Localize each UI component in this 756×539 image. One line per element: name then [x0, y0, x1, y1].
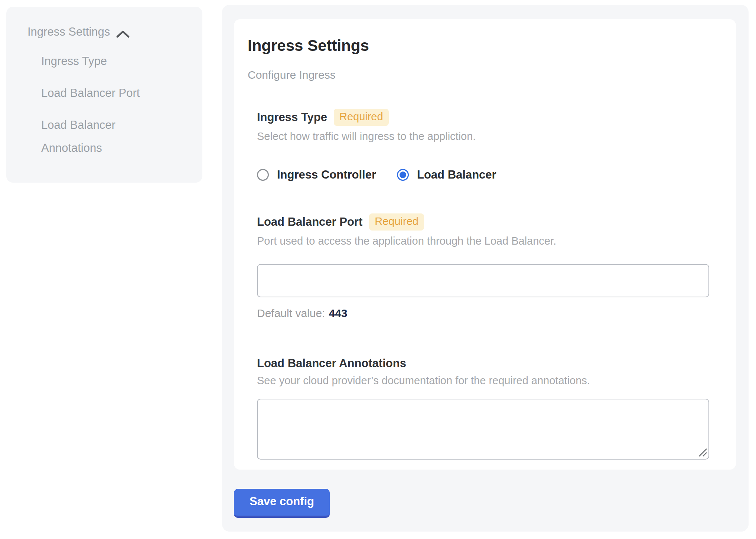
default-value-label: Default value:	[257, 307, 325, 319]
required-badge: Required	[369, 213, 424, 231]
section-load-balancer-annotations: Load Balancer Annotations See your cloud…	[257, 357, 721, 459]
section-heading: Ingress Type	[257, 111, 327, 124]
default-value: 443	[329, 307, 347, 319]
required-badge: Required	[334, 109, 389, 126]
section-heading-row: Load Balancer Port Required	[257, 213, 721, 231]
page-title: Ingress Settings	[248, 36, 721, 55]
section-ingress-type: Ingress Type Required Select how traffic…	[257, 109, 721, 182]
section-description: Select how traffic will ingress to the a…	[257, 130, 721, 143]
load-balancer-annotations-textarea[interactable]	[257, 399, 709, 460]
radio-label: Ingress Controller	[277, 168, 376, 182]
sidebar-section-header[interactable]: Ingress Settings	[27, 24, 188, 39]
section-heading-row: Ingress Type Required	[257, 109, 721, 126]
section-heading: Load Balancer Annotations	[257, 357, 406, 370]
sidebar-section-label: Ingress Settings	[27, 24, 110, 39]
form-sections: Ingress Type Required Select how traffic…	[257, 109, 721, 460]
save-config-button[interactable]: Save config	[234, 489, 330, 518]
chevron-up-icon	[116, 28, 130, 37]
sidebar-item-load-balancer-annotations[interactable]: Load Balancer Annotations	[41, 114, 164, 160]
section-heading: Load Balancer Port	[257, 215, 362, 229]
radio-circle-icon	[397, 169, 409, 181]
sidebar-item-ingress-type[interactable]: Ingress Type	[41, 50, 164, 73]
sidebar-item-load-balancer-port[interactable]: Load Balancer Port	[41, 82, 164, 105]
section-heading-row: Load Balancer Annotations	[257, 357, 721, 370]
settings-sidebar: Ingress Settings Ingress Type Load Balan…	[6, 7, 202, 183]
radio-circle-icon	[257, 169, 269, 181]
radio-label: Load Balancer	[417, 168, 496, 182]
sidebar-nav: Ingress Type Load Balancer Port Load Bal…	[41, 50, 188, 160]
section-description: Port used to access the application thro…	[257, 234, 721, 248]
page-subtitle: Configure Ingress	[248, 69, 721, 81]
load-balancer-port-input[interactable]	[257, 264, 709, 297]
section-load-balancer-port: Load Balancer Port Required Port used to…	[257, 213, 721, 320]
radio-load-balancer[interactable]: Load Balancer	[397, 168, 496, 182]
ingress-type-radio-group: Ingress Controller Load Balancer	[257, 168, 721, 182]
radio-ingress-controller[interactable]: Ingress Controller	[257, 168, 376, 182]
default-value-line: Default value:443	[257, 307, 721, 320]
main-panel: Ingress Settings Configure Ingress Ingre…	[222, 5, 749, 532]
ingress-settings-card: Ingress Settings Configure Ingress Ingre…	[234, 19, 736, 470]
annotations-textarea-wrap	[257, 399, 709, 460]
section-description: See your cloud provider’s documentation …	[257, 374, 721, 387]
